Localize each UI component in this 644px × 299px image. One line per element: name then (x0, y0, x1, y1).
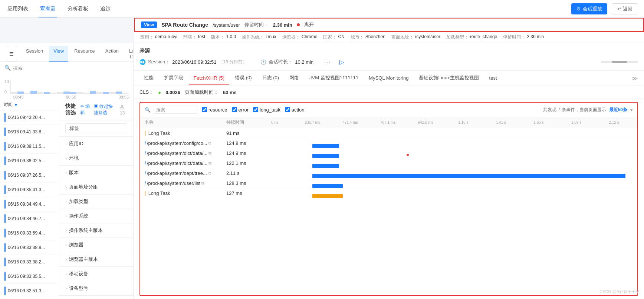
table-row[interactable]: / /prod-api/system/config/co... ⧉ 124.8 … (140, 138, 637, 148)
play-icon[interactable]: ▷ (339, 59, 344, 66)
tab-fetch-xhr[interactable]: Fetch/XHR (5) (189, 72, 229, 85)
list-item[interactable]: 06/16 09:34:46.7... (0, 212, 59, 226)
copy-icon-3[interactable]: ⧉ (208, 161, 211, 166)
sort-icon[interactable]: ▼ (14, 102, 18, 107)
chevron-right-icon: › (65, 185, 67, 190)
more-options-icon[interactable]: ⋯ (324, 58, 331, 66)
copy-icon-5[interactable]: ⧉ (201, 181, 204, 186)
table-row[interactable]: / /prod-api/system/user/list ⧉ 128.3 ms (140, 178, 637, 188)
long-task-checkbox[interactable] (253, 107, 258, 112)
filter-header: 快捷筛选 ✏ 编辑 ▣ 收起快捷筛选 共 13 (59, 99, 133, 120)
replay-button[interactable]: ⊙ 会话重放 (571, 3, 607, 14)
tick-4: 942.8 ms (407, 120, 444, 124)
tab-errors[interactable]: 错误 (0) (230, 71, 256, 86)
list-item[interactable]: 06/16 09:33:38.2... (0, 255, 59, 269)
col-duration-header: 持续时间 (226, 119, 256, 126)
list-item[interactable]: 06/16 09:39:11.5... (0, 139, 59, 154)
detail-tabs: 性能 扩展字段 Fetch/XHR (5) 错误 (0) 日志 (0) 网络 J… (134, 71, 644, 86)
filter-group-header-osver[interactable]: › 操作系统主版本 (59, 223, 133, 237)
filter-group-header-env[interactable]: › 环境 (59, 151, 133, 165)
list-item[interactable]: 06/16 09:35:41.3... (0, 183, 59, 197)
checkbox-error[interactable]: error (232, 107, 249, 113)
nav-analysis[interactable]: 分析看板 (66, 0, 90, 17)
copy-icon-2[interactable]: ⧉ (208, 151, 211, 156)
tick-5: 1.18 s (444, 120, 482, 124)
filter-group-header-browserv[interactable]: › 浏览器主版本 (59, 252, 133, 266)
nav-trace[interactable]: 追踪 (99, 0, 112, 17)
filter-group-header-version[interactable]: › 版本 (59, 166, 133, 180)
chevron-right-icon: › (65, 271, 67, 276)
table-row[interactable]: / /prod-api/system/dept/tree... ⧉ 2.11 s (140, 168, 637, 178)
meta-browser: 浏览器： Chrome (282, 34, 318, 40)
filter-group-header-page[interactable]: › 页面地址分组 (59, 180, 133, 194)
table-row[interactable]: | Long Task 91 ms (140, 128, 637, 138)
events-limit: 最近50条 (609, 107, 627, 113)
list-item[interactable]: 06/16 09:34:49.4... (0, 197, 59, 212)
filter-group-header-device[interactable]: › 设备型号 (59, 281, 133, 295)
sidebar-search-input[interactable] (13, 65, 129, 71)
meta-env: 环境： test (183, 34, 205, 40)
red-dot-2 (407, 154, 409, 156)
sidebar-filter-icon[interactable]: ☰ (6, 46, 17, 62)
table-row[interactable]: | Long Task 127 ms (140, 188, 637, 198)
tab-logs[interactable]: 日志 (0) (258, 71, 284, 86)
tab-jvm[interactable]: JVM 监控视图1111111 (305, 71, 363, 86)
filter-search-input[interactable] (65, 123, 127, 133)
meta-city: 城市： Shenzhen (351, 34, 385, 40)
dropdown-icon[interactable]: ▾ (630, 107, 633, 113)
resource-checkbox[interactable] (202, 107, 207, 112)
filter-group-header-loadtype[interactable]: › 加载类型 (59, 195, 133, 209)
edit-filter-button[interactable]: ✏ 编辑 (80, 103, 90, 116)
sidebar-tab-session[interactable]: Session (22, 46, 47, 62)
row-duration-5: 128.3 ms (226, 180, 256, 186)
collapse-filter-button[interactable]: ▣ 收起快捷筛选 (94, 103, 116, 116)
action-checkbox[interactable] (285, 107, 290, 112)
filter-group-header-os[interactable]: › 操作系统 (59, 209, 133, 223)
sidebar-tab-resource[interactable]: Resource (70, 46, 99, 62)
filter-search-wrap (59, 120, 133, 137)
list-item[interactable]: 06/16 09:33:38.8... (0, 240, 59, 255)
filter-group-header-carrier[interactable]: › 运营商 (59, 296, 133, 299)
tab-network[interactable]: 网络 (285, 71, 303, 86)
collapse-icon: ▣ (94, 104, 98, 109)
list-item[interactable]: 06/16 09:37:26.5... (0, 168, 59, 183)
copy-icon-4[interactable]: ⧉ (208, 171, 211, 176)
slash-icon-1: / (145, 140, 146, 146)
back-button[interactable]: ↩ 返回 (612, 3, 638, 14)
tab-infra[interactable]: 基础设施Linux主机监控视图 (414, 71, 483, 86)
list-item[interactable]: 06/16 09:38:02.5... (0, 154, 59, 168)
checkbox-action[interactable]: action (285, 107, 305, 113)
events-section: 🔍 resource error long_task (139, 102, 638, 296)
tab-overflow-icon[interactable]: ≫ (632, 75, 638, 82)
sidebar-tab-longtask[interactable]: Long Task (125, 46, 134, 62)
table-row[interactable]: / /prod-api/system/dict/data/... ⧉ 122.1… (140, 158, 637, 168)
nav-app-list[interactable]: 应用列表 (6, 0, 30, 17)
table-row[interactable]: / /prod-api/system/dict/data/... ⧉ 124.9… (140, 148, 637, 158)
tab-mysql[interactable]: MySQL Monitoring (364, 72, 413, 85)
quick-filter-panel: 快捷筛选 ✏ 编辑 ▣ 收起快捷筛选 共 13 (59, 99, 133, 299)
sidebar-tab-action[interactable]: Action (101, 46, 123, 62)
list-item[interactable]: 06/16 09:33:59.4... (0, 226, 59, 240)
col-name-header: 名称 (145, 119, 226, 126)
list-item[interactable]: 06/16 09:43:20.4... (0, 110, 59, 125)
replay-icon: ⊙ (576, 6, 581, 11)
list-item[interactable]: 06/16 09:33:35.5... (0, 269, 59, 284)
copy-icon-1[interactable]: ⧉ (208, 141, 211, 146)
filter-group-header-mobile[interactable]: › 移动设备 (59, 267, 133, 281)
cls-value: 0.0026 (165, 90, 180, 95)
filter-group-header-browser[interactable]: › 浏览器 (59, 238, 133, 252)
tab-extend[interactable]: 扩展字段 (160, 71, 188, 86)
tick-3: 707.1 ms (369, 120, 407, 124)
filter-title: 快捷筛选 (65, 103, 80, 116)
tab-test[interactable]: test (485, 72, 502, 85)
filter-group-header[interactable]: › 应用ID (59, 137, 133, 151)
nav-viewer[interactable]: 查看器 (39, 0, 57, 17)
list-item[interactable]: 06/16 09:32:51.3... (0, 284, 59, 298)
list-item[interactable]: 06/16 09:41:33.8... (0, 125, 59, 139)
tab-performance[interactable]: 性能 (139, 71, 158, 86)
error-checkbox[interactable] (232, 107, 237, 112)
events-search-input[interactable] (153, 106, 197, 114)
checkbox-long-task[interactable]: long_task (253, 107, 280, 113)
sidebar-tab-view[interactable]: View (49, 46, 68, 62)
checkbox-resource[interactable]: resource (202, 107, 227, 113)
